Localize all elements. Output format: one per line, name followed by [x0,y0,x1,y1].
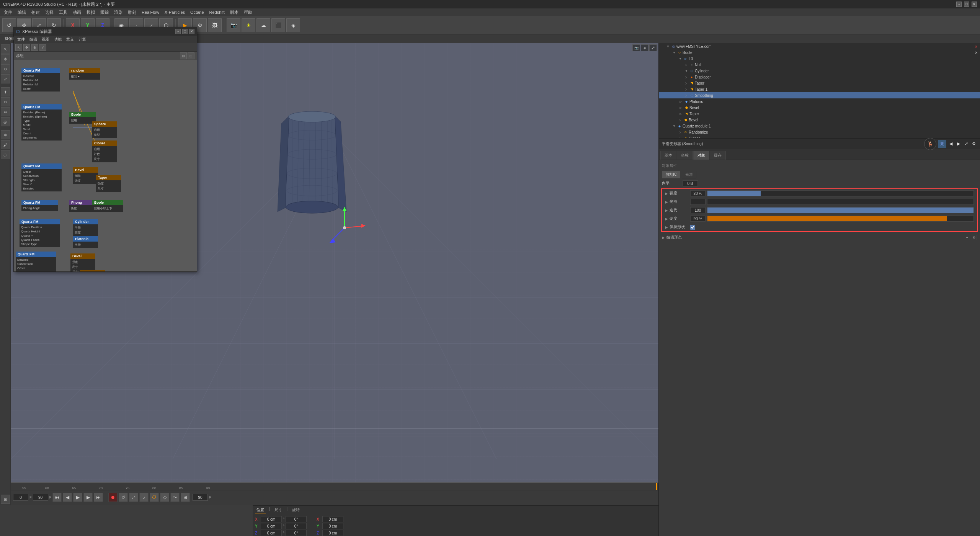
expand-bevel2[interactable]: ▷ [679,118,683,122]
hard-slider[interactable] [707,216,974,222]
menu-track[interactable]: 跟踪 [98,9,111,16]
menu-sculpt[interactable]: 雕刻 [126,9,139,16]
hard-input[interactable] [690,216,706,222]
tree-item-displacer[interactable]: ▷ ▲ Displacer [659,74,980,80]
node-taper1[interactable]: Taper 强度 尺寸 [96,175,121,192]
play-btn[interactable]: ▶ [73,493,82,502]
cut-btn[interactable]: 切割IC [662,171,680,178]
smooth-input[interactable] [690,199,706,205]
render-output[interactable]: 🖼 [208,18,222,32]
node-qfm4[interactable]: Quartz FM Phong Angle [21,200,58,211]
props-arrow-right[interactable]: ▶ [956,141,962,147]
left-select-tool[interactable]: ↖ [1,44,10,54]
node-sphere1[interactable]: Sphere 启用 类型 [92,121,117,138]
tree-item-fmstyle[interactable]: ▼ ◎ www.FMSTYLE.com ✕ [659,43,980,49]
cb-expand[interactable]: ▶ [665,225,668,229]
xpresso-close[interactable]: ✕ [189,29,194,34]
expand-null[interactable]: ▷ [685,63,689,67]
expand-lo2[interactable]: ▼ [679,57,683,60]
tree-item-smoothing[interactable]: ▷ ◌ Smoothing [659,92,980,98]
node-qfm1[interactable]: Quartz FM C-Scale Rotation M Rotation M … [21,68,60,92]
iter-expand[interactable]: ▶ [665,208,668,212]
xpresso-canvas[interactable]: Quartz FM C-Scale Rotation M Rotation M … [14,60,197,271]
left-paint[interactable]: 🖌 [1,140,10,149]
left-knife[interactable]: ✂ [1,97,10,106]
playhead[interactable] [656,483,657,490]
node-qfm6[interactable]: Quartz FM Enabled Subdivision Offset Ena… [16,252,56,271]
floor-tool[interactable]: ⬛ [271,18,285,32]
prev-frame-btn[interactable]: ◀ [63,493,72,502]
menu-octane[interactable]: Octane [188,9,206,15]
strength-expand[interactable]: ▶ [665,191,668,196]
tree-item-taper[interactable]: ▷ ◥ Taper [659,80,980,86]
rot-y-input[interactable] [286,523,307,529]
menu-select[interactable]: 选择 [43,9,56,16]
deform-icon2[interactable]: ⚙ [971,235,977,240]
inner-input[interactable] [683,180,698,186]
smooth-expand[interactable]: ▶ [665,200,668,204]
pos-y-input[interactable] [261,523,282,529]
expand-randomize[interactable]: ▷ [679,131,683,134]
xp-menu-calc[interactable]: 计算 [77,36,88,43]
sky-tool[interactable]: ☁ [256,18,270,32]
xp-menu-edit[interactable]: 编辑 [28,36,39,43]
smooth-slider[interactable] [707,199,974,205]
start-frame-input[interactable] [13,494,28,501]
expand-bevel[interactable]: ▷ [679,106,683,109]
deform-icon1[interactable]: + [964,235,970,240]
iter-slider[interactable] [707,207,974,213]
xp-menu-view[interactable]: 视图 [40,36,51,43]
goto-end-btn[interactable]: ⏭ [94,493,103,502]
record-btn[interactable]: ⏺ [108,493,118,502]
light-tool[interactable]: ☀ [242,18,255,32]
menu-edit[interactable]: 编辑 [15,9,28,16]
camera-tool[interactable]: 📷 [227,18,240,32]
menu-xparticles[interactable]: X-Particles [162,9,187,15]
expand-smoothing[interactable]: ▷ [685,94,689,97]
tab-size[interactable]: 尺寸 [273,507,284,513]
expand-taper1[interactable]: ▷ [685,88,689,91]
xp-collapse[interactable]: ⊟ [188,52,194,59]
tree-item-cylinder[interactable]: ▼ ⬡ Cylinder [659,68,980,74]
tree-item-lo2[interactable]: ▼ ▷ L0 [659,56,980,62]
node-bevel2[interactable]: Bevel 强度 尺寸 强度Y [70,253,95,271]
left-weld[interactable]: ◎ [1,117,10,126]
size-z-input[interactable] [322,530,343,536]
xp-tool-move[interactable]: ✥ [23,44,30,51]
expand-displacer[interactable]: ▷ [685,75,689,79]
bounce-btn[interactable]: ⇌ [129,493,138,502]
tree-item-bevel[interactable]: ▷ ⬟ Bevel [659,105,980,111]
timeline-btn[interactable]: ⏱ [150,493,159,502]
rot-x-input[interactable] [286,516,307,522]
boole-x-icon[interactable]: ✕ [975,51,978,55]
end-frame-input[interactable] [193,494,208,501]
xp-tool-select[interactable]: ↖ [15,44,22,51]
menu-create[interactable]: 创建 [29,9,42,16]
maximize-button[interactable]: □ [964,2,969,7]
smooth-btn[interactable]: 光滑 [682,171,696,178]
node-qfm5[interactable]: Quartz FM Quartz Position Quartz Height … [20,219,60,247]
xp-tool-zoom[interactable]: ⊕ [31,44,38,51]
keys-btn[interactable]: ◇ [160,493,169,502]
node-cloner1[interactable]: Cloner 启用 计数 尺寸 [92,141,117,162]
props-expand-btn[interactable]: ⤢ [963,141,969,147]
xp-menu-func[interactable]: 功能 [52,36,64,43]
deform-expand[interactable]: ▶ [662,235,665,240]
current-frame-input[interactable] [33,494,48,501]
minimize-button[interactable]: － [956,2,962,7]
expand-fmstyle[interactable]: ▼ [666,45,670,48]
menu-animate[interactable]: 动画 [70,9,83,16]
left-move-tool[interactable]: ✥ [1,54,10,64]
fmstyle-x-icon[interactable]: ✕ [975,45,978,49]
vp-display-btn[interactable]: ◈ [641,44,648,51]
hard-expand[interactable]: ▶ [665,217,668,221]
keep-shape-checkbox[interactable] [690,225,695,230]
vp-camera-btn[interactable]: 📷 [632,44,640,51]
xpresso-minimize[interactable]: － [175,29,181,34]
menu-redshift[interactable]: Redshift [207,9,227,15]
left-extrude[interactable]: ⬆ [1,87,10,96]
node-random1[interactable]: random 输出 ● [69,68,100,80]
node-platonic1[interactable]: Platonic 半径 [73,236,98,248]
expand-qmodule[interactable]: ▼ [673,124,676,128]
size-x-input[interactable] [322,516,343,522]
